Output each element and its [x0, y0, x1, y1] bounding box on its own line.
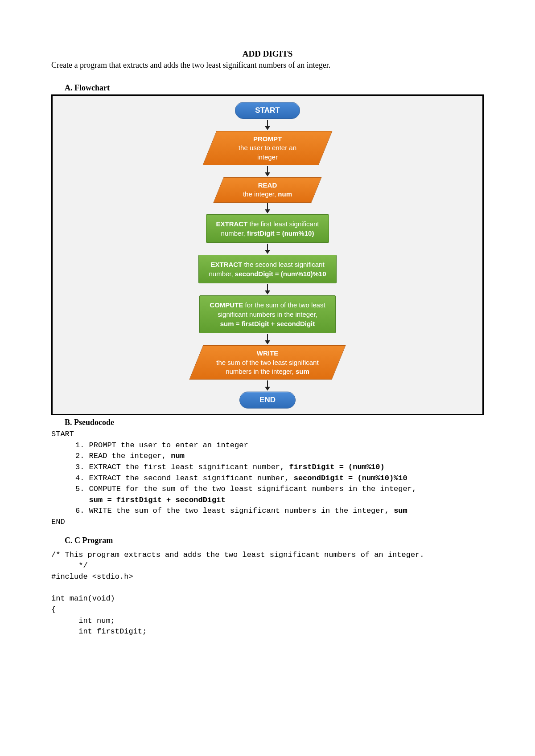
section-b-label: B. Pseudocode: [65, 418, 484, 427]
flow-ext2-c: number,: [209, 270, 235, 278]
pseudo-l6a: 6. WRITE the sum of the two least signif…: [75, 507, 394, 515]
pseudo-l6b: sum: [394, 507, 407, 515]
pseudo-l5a: 5. COMPUTE for the sum of the two least …: [75, 485, 416, 493]
flow-prompt-sub: the user to enter an integer: [239, 144, 296, 160]
flow-arrow: [265, 244, 270, 254]
flow-write-sub2-pre: numbers in the integer,: [226, 368, 296, 375]
flow-ext1-d: firstDigit = (num%10): [247, 229, 314, 237]
flow-compute-proc: COMPUTE for the sum of the two least sig…: [199, 295, 335, 333]
pseudo-l4b: secondDigit = (num%10)%10: [294, 474, 407, 482]
c-l7: int num;: [51, 617, 115, 625]
flow-start-terminal: START: [235, 102, 300, 119]
page-title: ADD DIGITS: [51, 49, 484, 59]
flow-ext2-b: the second least significant: [242, 261, 324, 268]
pseudocode-block: START 1. PROMPT the user to enter an int…: [51, 429, 484, 528]
flow-arrow: [265, 166, 270, 176]
c-l1: /* This program extracts and adds the tw…: [51, 551, 424, 559]
flow-arrow: [265, 334, 270, 344]
pseudo-start: START: [51, 430, 74, 438]
c-program-block: /* This program extracts and adds the tw…: [51, 550, 484, 637]
flow-write-sub2-b: sum: [296, 368, 309, 375]
flow-comp-b: for the sum of the two least: [243, 301, 325, 309]
flow-read-title: READ: [258, 181, 277, 189]
flow-write-io: WRITE the sum of the two least significa…: [196, 345, 339, 380]
flow-ext1-b: the first least significant: [247, 220, 319, 228]
flow-write-title: WRITE: [257, 349, 278, 357]
c-l2: */: [51, 561, 88, 570]
flow-ext1-a: EXTRACT: [216, 220, 248, 228]
pseudo-l5b: sum = firstDigit + secondDigit: [75, 496, 226, 504]
pseudo-l4a: 4. EXTRACT the second least significant …: [75, 474, 294, 482]
pseudo-l1: 1. PROMPT the user to enter an integer: [75, 441, 248, 450]
flow-arrow: [265, 284, 270, 294]
flow-read-sub-pre: the integer,: [243, 190, 278, 198]
flow-prompt-io: PROMPT the user to enter an integer: [210, 131, 325, 165]
flow-ext1-c: number,: [221, 229, 247, 237]
flow-comp-d: sum = firstDigit + secondDigit: [220, 320, 315, 327]
flow-arrow: [265, 203, 270, 213]
flow-write-sub1: the sum of the two least significant: [216, 359, 318, 366]
pseudo-l3a: 3. EXTRACT the first least significant n…: [75, 463, 289, 471]
flow-comp-c: significant numbers in the integer,: [218, 311, 317, 318]
flow-read-sub-b: num: [278, 190, 292, 198]
flow-extract1-proc: EXTRACT the first least significant numb…: [206, 214, 329, 243]
flow-arrow: [265, 120, 270, 130]
flow-comp-a: COMPUTE: [210, 301, 243, 309]
section-c-label: C. C Program: [65, 536, 484, 545]
instruction-text: Create a program that extracts and adds …: [51, 61, 484, 70]
pseudo-l2b: num: [171, 452, 185, 460]
flow-extract2-proc: EXTRACT the second least significant num…: [198, 255, 336, 283]
c-l5: int main(void): [51, 594, 115, 603]
flow-read-io: READ the integer, num: [218, 177, 317, 203]
flow-ext2-a: EXTRACT: [210, 261, 242, 268]
flow-arrow: [265, 380, 270, 391]
flow-ext2-d: secondDigit = (num%10)%10: [235, 270, 326, 278]
c-l8: int firstDigit;: [51, 627, 147, 636]
pseudo-l2a: 2. READ the integer,: [75, 452, 171, 460]
c-l6: {: [51, 605, 56, 614]
section-a-label: A. Flowchart: [65, 83, 484, 93]
flowchart-container: START PROMPT the user to enter an intege…: [51, 94, 484, 415]
pseudo-l3b: firstDigit = (num%10): [289, 463, 384, 471]
c-l3: #include <stdio.h>: [51, 572, 133, 581]
flow-end-terminal: END: [239, 392, 296, 409]
flow-prompt-title: PROMPT: [253, 135, 282, 143]
pseudo-end: END: [51, 518, 65, 526]
